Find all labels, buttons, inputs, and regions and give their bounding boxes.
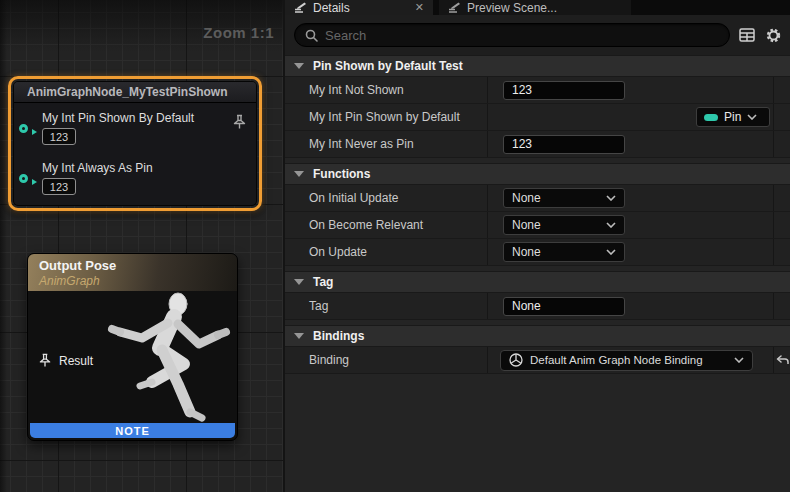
search-icon bbox=[305, 29, 318, 42]
pin-label: My Int Pin Shown By Default bbox=[42, 111, 194, 125]
category-header[interactable]: Bindings bbox=[285, 325, 790, 347]
reset-to-default-icon[interactable] bbox=[776, 355, 789, 365]
result-pin-label: Result bbox=[59, 354, 93, 368]
settings-gear-icon[interactable] bbox=[764, 26, 782, 44]
animgraph-canvas[interactable]: Zoom 1:1 AnimGraphNode_MyTestPinShown My… bbox=[0, 0, 283, 492]
search-input[interactable] bbox=[325, 28, 719, 43]
node-body: AnimGraphNode_MyTestPinShown My Int Pin … bbox=[13, 81, 257, 206]
on-initial-update-dropdown[interactable]: None bbox=[503, 188, 625, 208]
property-label: My Int Never as Pin bbox=[285, 131, 488, 157]
property-row-tag: Tag bbox=[285, 293, 790, 320]
property-row-on-initial-update: On Initial Update None bbox=[285, 185, 790, 212]
binding-class-icon bbox=[509, 353, 523, 367]
display-filter-icon[interactable] bbox=[738, 26, 756, 44]
section-tag: Tag Tag bbox=[285, 271, 790, 320]
property-row-on-become-relevant: On Become Relevant None bbox=[285, 212, 790, 239]
node-subtitle: AnimGraph bbox=[39, 274, 237, 288]
pin-value-field[interactable]: 123 bbox=[42, 128, 76, 145]
dropdown-value: None bbox=[512, 191, 541, 205]
pose-pin-icon[interactable] bbox=[38, 353, 52, 369]
dropdown-value: None bbox=[512, 218, 541, 232]
pin-my-int-pin-shown-by-default[interactable]: My Int Pin Shown By Default 123 bbox=[19, 111, 194, 145]
pin-visibility-dropdown[interactable]: Pin bbox=[696, 107, 770, 127]
property-row-my-int-not-shown: My Int Not Shown bbox=[285, 77, 790, 104]
property-row-on-update: On Update None bbox=[285, 239, 790, 266]
unreal-editor-window: Zoom 1:1 AnimGraphNode_MyTestPinShown My… bbox=[0, 0, 790, 492]
property-label: On Initial Update bbox=[285, 185, 488, 211]
on-update-dropdown[interactable]: None bbox=[503, 242, 625, 262]
int-pin-icon[interactable] bbox=[19, 124, 28, 133]
tab-label: Details bbox=[313, 1, 350, 15]
running-mannequin-image bbox=[86, 290, 236, 428]
binding-dropdown[interactable]: Default Anim Graph Node Binding bbox=[500, 350, 753, 371]
node-header[interactable]: Output Pose AnimGraph bbox=[28, 254, 237, 291]
chevron-down-icon bbox=[606, 195, 616, 201]
details-tabbar: Details ✕ Preview Scene... bbox=[285, 0, 790, 15]
category-title: Functions bbox=[313, 167, 370, 181]
my-int-not-shown-input[interactable] bbox=[503, 81, 625, 100]
thumbtack-pin-icon[interactable] bbox=[232, 114, 247, 131]
search-box[interactable] bbox=[294, 23, 730, 47]
property-row-binding: Binding Default Anim Graph Node Binding bbox=[285, 347, 790, 374]
chevron-down-icon bbox=[294, 63, 304, 69]
property-label: Tag bbox=[285, 293, 488, 319]
tab-label: Preview Scene... bbox=[467, 1, 557, 15]
category-title: Bindings bbox=[313, 329, 364, 343]
graph-node-test-pin-shown[interactable]: AnimGraphNode_MyTestPinShown My Int Pin … bbox=[8, 76, 262, 211]
details-toolbar bbox=[285, 15, 790, 55]
property-row-my-int-pin-shown-by-default: My Int Pin Shown by Default Pin bbox=[285, 104, 790, 131]
section-pin-shown-by-default-test: Pin Shown by Default Test My Int Not Sho… bbox=[285, 55, 790, 158]
chevron-down-icon bbox=[734, 357, 744, 363]
pin-label: My Int Always As Pin bbox=[42, 161, 153, 175]
on-become-relevant-dropdown[interactable]: None bbox=[503, 215, 625, 235]
chevron-down-icon bbox=[294, 171, 304, 177]
graph-node-output-pose[interactable]: Output Pose AnimGraph bbox=[27, 253, 238, 441]
details-panel: Details ✕ Preview Scene... bbox=[285, 0, 790, 492]
property-label: On Update bbox=[285, 239, 488, 265]
node-header[interactable]: AnimGraphNode_MyTestPinShown bbox=[14, 82, 256, 103]
details-tab-icon bbox=[294, 2, 307, 13]
node-title: Output Pose bbox=[39, 258, 237, 273]
note-badge[interactable]: NOTE bbox=[30, 423, 235, 438]
property-label: Binding bbox=[285, 347, 488, 373]
result-pin[interactable]: Result bbox=[38, 353, 93, 369]
pin-capsule-icon bbox=[704, 114, 718, 121]
node-title: AnimGraphNode_MyTestPinShown bbox=[27, 85, 227, 99]
category-header[interactable]: Pin Shown by Default Test bbox=[285, 55, 790, 77]
property-label: My Int Not Shown bbox=[285, 77, 488, 103]
close-tab-icon[interactable]: ✕ bbox=[415, 1, 424, 14]
section-bindings: Bindings Binding Default Anim Graph Node… bbox=[285, 325, 790, 374]
pin-my-int-always-as-pin[interactable]: My Int Always As Pin 123 bbox=[19, 161, 153, 195]
section-functions: Functions On Initial Update None On Beco… bbox=[285, 163, 790, 266]
binding-value: Default Anim Graph Node Binding bbox=[530, 354, 703, 366]
pin-dropdown-label: Pin bbox=[724, 110, 741, 124]
chevron-down-icon bbox=[606, 222, 616, 228]
property-label: My Int Pin Shown by Default bbox=[285, 104, 488, 130]
preview-tab-icon bbox=[448, 2, 461, 13]
tab-preview-scene[interactable]: Preview Scene... bbox=[439, 0, 631, 15]
chevron-down-icon bbox=[747, 114, 757, 120]
category-header[interactable]: Tag bbox=[285, 271, 790, 293]
property-row-my-int-never-as-pin: My Int Never as Pin bbox=[285, 131, 790, 158]
chevron-down-icon bbox=[606, 249, 616, 255]
pin-value-field[interactable]: 123 bbox=[42, 178, 76, 195]
property-label: On Become Relevant bbox=[285, 212, 488, 238]
int-pin-icon[interactable] bbox=[19, 174, 28, 183]
chevron-down-icon bbox=[294, 279, 304, 285]
chevron-down-icon bbox=[294, 333, 304, 339]
zoom-level-indicator: Zoom 1:1 bbox=[203, 24, 274, 41]
my-int-never-as-pin-input[interactable] bbox=[503, 135, 625, 154]
category-header[interactable]: Functions bbox=[285, 163, 790, 185]
tab-details[interactable]: Details ✕ bbox=[285, 0, 433, 15]
tag-input[interactable] bbox=[503, 297, 625, 316]
dropdown-value: None bbox=[512, 245, 541, 259]
graph-left-shadow bbox=[0, 0, 7, 492]
category-title: Tag bbox=[313, 275, 333, 289]
category-title: Pin Shown by Default Test bbox=[313, 59, 463, 73]
